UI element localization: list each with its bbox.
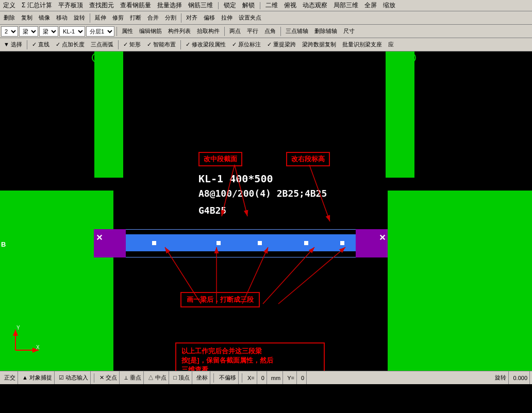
btn-split[interactable]: 分割 [162,12,179,24]
btn-merge[interactable]: 合并 [145,12,161,24]
status-mid[interactable]: △ 中点 [146,371,169,384]
status-ortho[interactable]: 正交 [2,371,18,384]
menu-fullscreen[interactable]: 全屏 [363,1,378,10]
btn-smart[interactable]: ✓ 智能布置 [144,39,178,50]
btn-copy-span[interactable]: 梁跨数据复制 [300,39,339,50]
btn-edit-rebar[interactable]: 编辑钢筋 [137,26,164,37]
btn-re-span[interactable]: ✓ 重提梁跨 [264,39,298,50]
menu-local3d[interactable]: 局部三维 [332,1,359,10]
status-intersect[interactable]: ✕ 交点 [97,371,120,384]
menu-dynamic[interactable]: 动态观察 [302,1,328,10]
right-black-top [416,51,532,190]
btn-in-situ[interactable]: ✓ 原位标注 [229,39,263,50]
sep1 [218,2,219,9]
btn-mirror[interactable]: 镜像 [36,12,53,24]
id-select[interactable]: KL-1 [59,26,85,37]
annotation-mid-section: 改中段截面 [198,152,242,166]
layer-select[interactable]: 2 [1,26,18,37]
col-right-bottom [388,191,532,371]
btn-del-aux[interactable]: 删除辅轴 [312,26,340,37]
sep9 [118,40,119,49]
dot3 [258,241,262,245]
status-y-val: 0 [299,371,307,384]
x-mark-left: ✕ [96,233,103,243]
status-rotate-val: 0.000 [511,371,530,384]
btn-trim[interactable]: 修剪 [110,12,126,24]
btn-property[interactable]: 属性 [119,26,136,37]
btn-rotate[interactable]: 旋转 [71,12,88,24]
btn-app[interactable]: 应 [386,39,396,50]
menu-unlock[interactable]: 解锁 [241,1,256,10]
btn-copy[interactable]: 复制 [19,12,35,24]
btn-dimension[interactable]: 尺寸 [341,26,357,37]
coord-axis: Y X [10,324,41,355]
btn-batch-id[interactable]: 批量识别梁支座 [340,39,385,50]
menu-lock[interactable]: 锁定 [223,1,237,10]
btn-break[interactable]: 打断 [127,12,144,24]
status-rotate-label: 旋转 [493,371,509,384]
type-select2[interactable]: 梁 [39,26,58,37]
btn-grip[interactable]: 设置夹点 [236,12,264,24]
status-x-label: X= [245,371,257,384]
beam-label-line3: G4B25 [198,205,226,216]
status-dynamic[interactable]: ☑ 动态输入 [57,371,91,384]
layer2-select[interactable]: 分层1 [86,26,114,37]
annotation-merge-line3: 三维查看。 [181,365,319,371]
btn-two-points[interactable]: 两点 [227,26,243,37]
menu-3d-rebar[interactable]: 钢筋三维 [187,1,214,10]
btn-move[interactable]: 移动 [54,12,70,24]
annotation-draw-break-text: 画一梁后，打断成三段 [187,296,254,303]
status-y-label: Y= [285,371,297,384]
menu-batch[interactable]: 批量选择 [156,1,183,10]
annotation-merge-line2: 按[是]，保留各截面属性，然后 [181,356,319,365]
menu-rebar[interactable]: 查看钢筋量 [119,1,152,10]
sep11 [94,373,94,383]
menu-find[interactable]: 查找图元 [88,1,115,10]
status-coord[interactable]: 坐标 [194,371,210,384]
btn-select[interactable]: ▼ 选择 [1,39,25,50]
svg-text:X: X [36,345,40,350]
sep10 [180,40,181,49]
sep8 [27,40,27,49]
btn-pick[interactable]: 抬取构件 [194,26,222,37]
btn-stretch[interactable]: 拉伸 [219,12,235,24]
dot5 [340,241,344,245]
btn-component-list[interactable]: 构件列表 [165,26,193,37]
status-mm: mm [269,371,283,384]
annotation-mid-section-text: 改中段截面 [204,155,237,163]
dot4 [304,241,308,245]
beam-toolbar: 2 梁 梁 KL-1 分层1 属性 编辑钢筋 构件列表 抬取构件 两点 平行 点… [0,25,532,38]
annotation-merge: 以上工作完后合并这三段梁 按[是]，保留各截面属性，然后 三维查看。 [175,342,325,371]
menu-define[interactable]: 定义 [2,1,16,10]
btn-delete[interactable]: 删除 [1,12,18,24]
menu-zoom[interactable]: 缩放 [382,1,396,10]
menu-2d[interactable]: 二维 [264,1,279,10]
btn-rect[interactable]: ✓ 矩形 [121,39,143,50]
annotation-draw-break: 画一梁后，打断成三段 [180,292,260,307]
btn-offset[interactable]: 偏移 [201,12,218,24]
beam-blue [125,234,356,251]
btn-point-len[interactable]: ✓ 点加长度 [53,39,87,50]
sep13 [242,373,242,383]
btn-aux-axis[interactable]: 三点辅轴 [283,26,311,37]
menu-align[interactable]: 平齐板顶 [57,1,84,10]
btn-point-angle[interactable]: 点角 [262,26,278,37]
status-perp[interactable]: ⊥ 垂点 [122,371,144,384]
dot1 [152,241,156,245]
sep7 [280,27,281,36]
type-select1[interactable]: 梁 [19,26,38,37]
menu-top-view[interactable]: 俯视 [283,1,297,10]
btn-align[interactable]: 对齐 [184,12,200,24]
col-right-top [386,51,414,178]
btn-extend[interactable]: 延伸 [92,12,109,24]
btn-modify-seg[interactable]: ✓ 修改梁段属性 [183,39,228,50]
svg-text:Y: Y [16,325,20,331]
status-vertex[interactable]: □ 顶点 [171,371,192,384]
status-snap[interactable]: ▲ 对象捕捉 [20,371,55,384]
btn-parallel[interactable]: 平行 [244,26,261,37]
menu-calc[interactable]: Σ 汇总计算 [21,1,53,10]
btn-arc[interactable]: 三点画弧 [88,39,116,50]
grid-b-label: B [1,240,6,248]
btn-line[interactable]: ✓ 直线 [29,39,52,50]
sep3 [90,13,90,23]
